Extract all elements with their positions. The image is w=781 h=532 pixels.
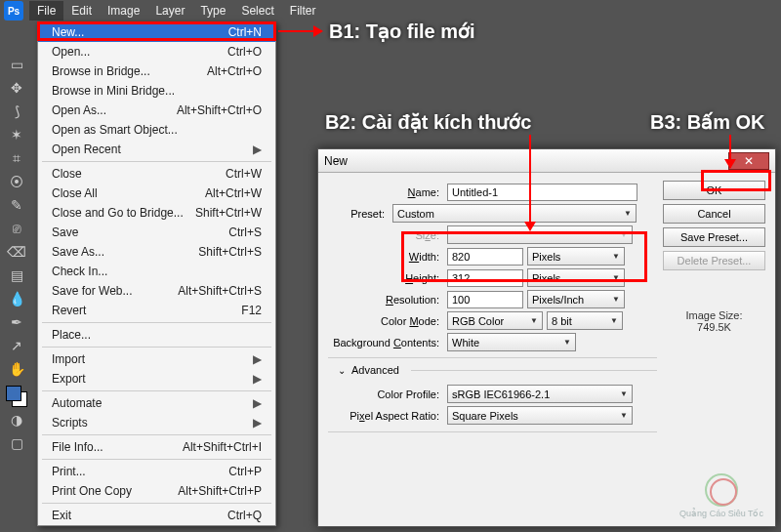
annot-b2: B2: Cài đặt kích thước (325, 110, 531, 134)
menu-item-scripts[interactable]: Scripts▶ (38, 413, 275, 432)
width-input[interactable] (447, 248, 523, 266)
mode-select[interactable]: RGB Color▼ (447, 311, 543, 330)
advanced-toggle[interactable]: ⌄ Advanced (328, 362, 657, 382)
menu-separator (42, 322, 271, 323)
width-unit-select[interactable]: Pixels▼ (527, 247, 625, 266)
watermark: Quảng Cáo Siêu Tốc (679, 473, 763, 518)
quickmask-icon[interactable]: ◑ (6, 409, 27, 430)
submenu-arrow-icon: ▶ (253, 416, 262, 430)
menu-filter[interactable]: Filter (282, 1, 324, 20)
menu-item-place[interactable]: Place... (38, 325, 275, 345)
size-select: ▼ (447, 225, 633, 244)
submenu-arrow-icon: ▶ (253, 396, 262, 410)
menu-item-close[interactable]: CloseCtrl+W (38, 164, 275, 184)
submenu-arrow-icon: ▶ (253, 372, 262, 386)
gradient-tool-icon[interactable]: ▤ (6, 265, 27, 286)
name-input[interactable] (447, 184, 637, 201)
screenmode-icon[interactable]: ▢ (6, 432, 27, 454)
blur-tool-icon[interactable]: 💧 (6, 288, 27, 309)
menu-item-open-as[interactable]: Open As...Alt+Shift+Ctrl+O (38, 101, 275, 120)
menu-separator (42, 347, 271, 348)
mode-label: Color Mode: (328, 315, 443, 327)
submenu-arrow-icon: ▶ (253, 352, 262, 366)
chevron-down-icon: ⌄ (338, 365, 346, 376)
dialog-title: New (324, 154, 348, 168)
app-logo: Ps (4, 1, 23, 20)
new-dialog: New ✕ Name: Preset: Custom▼ Size: ▼ Widt… (317, 148, 776, 527)
menu-item-browse-in-mini-bridge[interactable]: Browse in Mini Bridge... (38, 81, 275, 101)
menu-item-print-one-copy[interactable]: Print One CopyAlt+Shift+Ctrl+P (38, 481, 275, 501)
menubar: Ps File Edit Image Layer Type Select Fil… (0, 0, 781, 21)
stamp-tool-icon[interactable]: ⎚ (6, 218, 27, 239)
toolbox: ▭ ✥ ⟆ ✶ ⌗ ⦿ ✎ ⎚ ⌫ ▤ 💧 ✒ ↗ ✋ ◑ ▢ (3, 51, 30, 457)
marquee-tool-icon[interactable]: ▭ (6, 54, 27, 75)
color-swatch[interactable] (6, 386, 27, 407)
annot-b3: B3: Bấm OK (650, 110, 765, 134)
brush-tool-icon[interactable]: ✎ (6, 194, 27, 216)
menu-item-open-recent[interactable]: Open Recent▶ (38, 140, 275, 159)
menu-separator (42, 459, 271, 460)
menu-item-save[interactable]: SaveCtrl+S (38, 223, 275, 242)
menu-item-print[interactable]: Print...Ctrl+P (38, 462, 275, 481)
arrow-b1 (278, 30, 322, 32)
menu-image[interactable]: Image (100, 1, 147, 20)
menu-item-export[interactable]: Export▶ (38, 369, 275, 389)
height-unit-select[interactable]: Pixels▼ (527, 268, 625, 287)
menu-item-revert[interactable]: RevertF12 (38, 301, 275, 320)
name-label: Name: (328, 186, 443, 198)
wand-tool-icon[interactable]: ✶ (6, 124, 27, 145)
height-label: Height: (328, 272, 443, 284)
dialog-titlebar[interactable]: New ✕ (318, 149, 775, 173)
depth-select[interactable]: 8 bit▼ (547, 311, 623, 330)
size-label: Size: (328, 229, 443, 241)
lasso-tool-icon[interactable]: ⟆ (6, 101, 27, 122)
width-label: Width: (328, 251, 443, 263)
menu-item-exit[interactable]: ExitCtrl+Q (38, 506, 275, 525)
menu-type[interactable]: Type (192, 1, 233, 20)
menu-item-close-all[interactable]: Close AllAlt+Ctrl+W (38, 184, 275, 203)
par-select[interactable]: Square Pixels▼ (447, 406, 633, 425)
menu-layer[interactable]: Layer (147, 1, 192, 20)
res-label: Resolution: (328, 294, 443, 306)
save-preset-button[interactable]: Save Preset... (663, 227, 765, 247)
move-tool-icon[interactable]: ✥ (6, 77, 27, 99)
delete-preset-button: Delete Preset... (663, 251, 765, 270)
menu-select[interactable]: Select (233, 1, 281, 20)
arrow-b3 (729, 135, 731, 168)
arrow-b2 (529, 135, 531, 230)
res-input[interactable] (447, 291, 523, 308)
ok-button[interactable]: OK (663, 181, 765, 200)
menu-separator (42, 161, 271, 162)
res-unit-select[interactable]: Pixels/Inch▼ (527, 290, 625, 308)
preset-select[interactable]: Custom▼ (392, 204, 637, 223)
path-tool-icon[interactable]: ↗ (6, 335, 27, 356)
menu-item-browse-in-bridge[interactable]: Browse in Bridge...Alt+Ctrl+O (38, 61, 275, 81)
menu-item-check-in[interactable]: Check In... (38, 262, 275, 281)
hand-tool-icon[interactable]: ✋ (6, 358, 27, 380)
submenu-arrow-icon: ▶ (253, 143, 262, 156)
cancel-button[interactable]: Cancel (663, 204, 765, 224)
menu-item-close-and-go-to-bridge[interactable]: Close and Go to Bridge...Shift+Ctrl+W (38, 203, 275, 223)
annot-b1: B1: Tạo file mới (329, 20, 475, 43)
preset-label: Preset: (328, 208, 389, 220)
height-input[interactable] (447, 269, 523, 287)
menu-item-automate[interactable]: Automate▶ (38, 393, 275, 413)
eyedropper-tool-icon[interactable]: ⦿ (6, 171, 27, 192)
menu-item-save-for-web[interactable]: Save for Web...Alt+Shift+Ctrl+S (38, 281, 275, 301)
menu-file[interactable]: File (29, 1, 63, 20)
menu-item-file-info[interactable]: File Info...Alt+Shift+Ctrl+I (38, 437, 275, 457)
crop-tool-icon[interactable]: ⌗ (6, 147, 27, 169)
eraser-tool-icon[interactable]: ⌫ (6, 241, 27, 263)
menu-item-open[interactable]: Open...Ctrl+O (38, 42, 275, 61)
menu-item-import[interactable]: Import▶ (38, 349, 275, 369)
image-size-readout: Image Size: 749.5K (663, 309, 765, 333)
pen-tool-icon[interactable]: ✒ (6, 311, 27, 333)
menu-item-new[interactable]: New...Ctrl+N (38, 22, 275, 42)
menu-separator (42, 503, 271, 504)
bg-select[interactable]: White▼ (447, 333, 576, 351)
menu-item-open-as-smart-object[interactable]: Open as Smart Object... (38, 120, 275, 140)
menu-separator (42, 390, 271, 391)
menu-edit[interactable]: Edit (63, 1, 100, 20)
profile-select[interactable]: sRGB IEC61966-2.1▼ (447, 385, 633, 403)
menu-item-save-as[interactable]: Save As...Shift+Ctrl+S (38, 242, 275, 262)
